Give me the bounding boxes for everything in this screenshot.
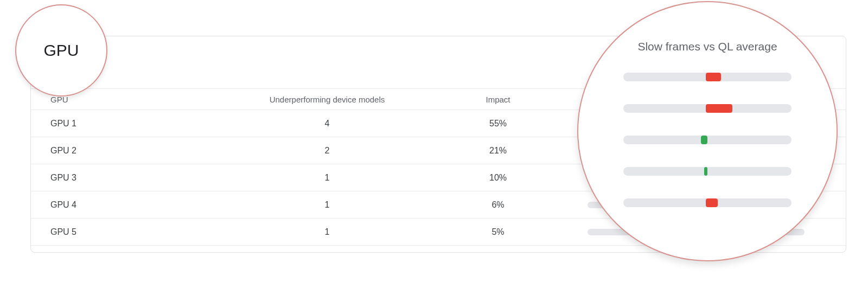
chart-bar bbox=[623, 136, 792, 144]
chart-callout-bubble: Slow frames vs QL average bbox=[577, 1, 838, 261]
col-header-name: GPU bbox=[50, 95, 224, 104]
chart-callout-title: Slow frames vs QL average bbox=[637, 40, 777, 53]
chart-callout-bars bbox=[623, 73, 792, 207]
cell-name: GPU 4 bbox=[50, 200, 224, 210]
gpu-callout-bubble: GPU bbox=[15, 4, 107, 97]
chart-bar-marker bbox=[706, 198, 718, 207]
chart-bar-marker bbox=[704, 167, 707, 176]
chart-bar-marker bbox=[706, 104, 733, 113]
cell-impact: 5% bbox=[430, 227, 566, 237]
chart-bar bbox=[623, 167, 792, 176]
cell-name: GPU 3 bbox=[50, 173, 224, 183]
cell-impact: 10% bbox=[430, 173, 566, 183]
cell-name: GPU 5 bbox=[50, 227, 224, 237]
chart-bar-marker bbox=[701, 136, 707, 144]
chart-bar bbox=[623, 73, 792, 81]
gpu-callout-label: GPU bbox=[43, 41, 79, 60]
chart-bar bbox=[623, 198, 792, 207]
cell-underperforming: 1 bbox=[224, 173, 430, 183]
cell-impact: 6% bbox=[430, 200, 566, 210]
chart-bar-marker bbox=[706, 73, 721, 81]
col-header-under: Underperforming device models bbox=[224, 95, 430, 104]
cell-impact: 21% bbox=[430, 146, 566, 156]
cell-underperforming: 1 bbox=[224, 200, 430, 210]
col-header-impact: Impact bbox=[430, 95, 566, 104]
cell-underperforming: 4 bbox=[224, 119, 430, 129]
cell-impact: 55% bbox=[430, 119, 566, 129]
cell-name: GPU 1 bbox=[50, 119, 224, 129]
cell-underperforming: 1 bbox=[224, 227, 430, 237]
cell-underperforming: 2 bbox=[224, 146, 430, 156]
chart-bar bbox=[623, 104, 792, 113]
cell-name: GPU 2 bbox=[50, 146, 224, 156]
